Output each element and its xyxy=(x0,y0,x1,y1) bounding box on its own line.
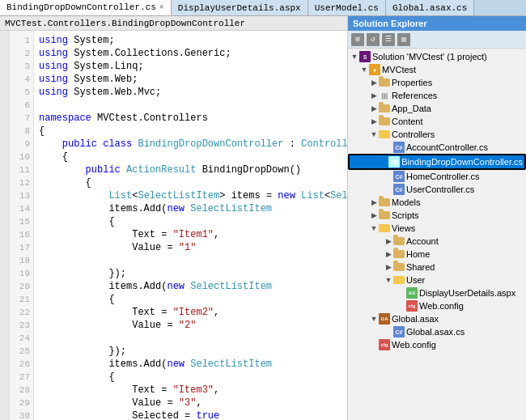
se-toolbar-icon-2[interactable]: ↺ xyxy=(367,33,380,46)
views-home-label: Home xyxy=(406,249,430,259)
models-label: Models xyxy=(392,197,420,207)
folder-appdata-icon xyxy=(379,103,390,114)
tree-user-webconfig[interactable]: cfg Web.config xyxy=(348,299,526,312)
solution-explorer-title: Solution Explorer xyxy=(348,16,526,31)
tree-global-asax-cs[interactable]: C# Global.asax.cs xyxy=(348,325,526,338)
tab-display-user[interactable]: DisplayUserDetails.aspx xyxy=(172,0,308,15)
folder-views-home-icon xyxy=(393,248,405,260)
tab-label: UserModel.cs xyxy=(315,3,379,13)
tree-views-shared[interactable]: ▶ Shared xyxy=(348,261,526,274)
line-numbers: 12345 678910 1112131415 1617181920 21222… xyxy=(10,31,34,420)
expand-properties-icon: ▶ xyxy=(369,78,379,87)
folder-controllers-icon xyxy=(379,129,390,140)
expand-views-user-icon: ▼ xyxy=(384,276,393,284)
tree-user-controller[interactable]: C# UserController.cs xyxy=(348,183,526,196)
expand-project-icon: ▼ xyxy=(359,66,369,74)
tree-global-asax[interactable]: ▼ GA Global.asax xyxy=(348,312,526,325)
tree-content[interactable]: ▶ Content xyxy=(348,115,526,128)
properties-label: Properties xyxy=(392,78,432,87)
views-shared-label: Shared xyxy=(406,262,435,272)
tree-views-home[interactable]: ▶ Home xyxy=(348,248,526,261)
tree-appdata[interactable]: ▶ App_Data xyxy=(348,102,526,115)
solution-label: Solution 'MVCtest' (1 project) xyxy=(372,52,487,62)
tab-label: Global.asax.cs xyxy=(392,3,467,13)
se-title-text: Solution Explorer xyxy=(353,19,427,28)
se-toolbar: ⊞ ↺ ☰ ▤ xyxy=(348,31,526,49)
tree-references[interactable]: ▶ ⊞ References xyxy=(348,89,526,102)
tab-user-model[interactable]: UserModel.cs xyxy=(308,0,386,15)
expand-solution-icon: ▼ xyxy=(350,53,359,61)
breadcrumb-text: MVCTest.Controllers.BindingDropDownContr… xyxy=(5,19,245,28)
cs-home-icon: C# xyxy=(393,171,405,182)
se-toolbar-icon-3[interactable]: ☰ xyxy=(382,33,395,46)
tab-bar: BindingDropDownController.cs × DisplayUs… xyxy=(0,0,526,16)
tree-models[interactable]: ▶ Models xyxy=(348,196,526,209)
expand-models-icon: ▶ xyxy=(369,198,379,206)
expand-views-account-icon: ▶ xyxy=(384,237,393,245)
display-user-details-label: DisplayUserDetails.aspx xyxy=(419,288,515,298)
tree-solution-root[interactable]: ▼ S Solution 'MVCtest' (1 project) xyxy=(348,50,526,63)
tree-project[interactable]: ▼ ♦ MVCtest xyxy=(348,63,526,76)
views-account-label: Account xyxy=(406,236,439,246)
tree-account-controller[interactable]: C# AccountController.cs xyxy=(348,141,526,154)
tree-binding-controller[interactable]: C# BindingDropDownController.cs xyxy=(348,154,526,170)
folder-scripts-icon xyxy=(379,210,390,221)
cs-user-icon: C# xyxy=(393,184,405,195)
se-toolbar-icon-4[interactable]: ▤ xyxy=(397,33,410,46)
config-root-icon: cfg xyxy=(379,339,390,350)
tree-views[interactable]: ▼ Views xyxy=(348,222,526,235)
user-controller-label: UserController.cs xyxy=(406,185,474,194)
folder-views-account-icon xyxy=(393,235,405,247)
tree-scripts[interactable]: ▶ Scripts xyxy=(348,209,526,222)
expand-views-shared-icon: ▶ xyxy=(384,263,393,271)
root-webconfig-label: Web.config xyxy=(392,340,436,350)
references-label: References xyxy=(392,91,437,100)
folder-models-icon xyxy=(379,197,390,208)
tree-views-account[interactable]: ▶ Account xyxy=(348,235,526,248)
account-controller-label: AccountController.cs xyxy=(406,142,488,152)
tree-properties[interactable]: ▶ Properties xyxy=(348,76,526,89)
expand-scripts-icon: ▶ xyxy=(369,211,379,219)
project-icon: ♦ xyxy=(369,64,380,75)
cs-account-icon: C# xyxy=(393,142,405,153)
expand-appdata-icon: ▶ xyxy=(369,104,379,112)
solution-icon: S xyxy=(359,51,371,62)
tree-views-user[interactable]: ▼ User xyxy=(348,274,526,286)
se-tree: ▼ S Solution 'MVCtest' (1 project) ▼ ♦ M… xyxy=(348,49,526,420)
folder-properties-icon xyxy=(379,77,390,88)
expand-controllers-icon: ▼ xyxy=(369,130,379,138)
binding-controller-label: BindingDropDownController.cs xyxy=(401,157,523,167)
views-user-label: User xyxy=(406,275,425,285)
tree-controllers[interactable]: ▼ Controllers xyxy=(348,128,526,141)
home-controller-label: HomeController.cs xyxy=(406,172,479,181)
main-layout: MVCTest.Controllers.BindingDropDownContr… xyxy=(0,16,526,420)
tree-display-user-details[interactable]: AS DisplayUserDetails.aspx xyxy=(348,286,526,299)
code-editor[interactable]: using System; using System.Collections.G… xyxy=(34,31,347,420)
expand-content-icon: ▶ xyxy=(369,117,379,125)
tree-root-webconfig[interactable]: cfg Web.config xyxy=(348,338,526,351)
folder-views-shared-icon xyxy=(393,261,405,273)
expand-references-icon: ▶ xyxy=(369,91,379,100)
user-webconfig-label: Web.config xyxy=(419,301,464,311)
folder-views-icon xyxy=(379,223,390,234)
tab-close-icon[interactable]: × xyxy=(159,3,164,12)
editor-area: MVCTest.Controllers.BindingDropDownContr… xyxy=(0,16,348,420)
folder-content-icon xyxy=(379,116,390,127)
expand-global-icon: ▼ xyxy=(369,315,379,323)
breadcrumb: MVCTest.Controllers.BindingDropDownContr… xyxy=(0,16,347,31)
project-label: MVCtest xyxy=(382,65,416,74)
asax-icon: GA xyxy=(379,313,390,325)
code-container: 12345 678910 1112131415 1617181920 21222… xyxy=(0,31,347,420)
views-label: Views xyxy=(392,223,415,233)
tab-binding-controller[interactable]: BindingDropDownController.cs × xyxy=(0,0,172,15)
tree-home-controller[interactable]: C# HomeController.cs xyxy=(348,170,526,183)
tab-global-asax[interactable]: Global.asax.cs xyxy=(386,0,474,15)
folder-views-user-icon xyxy=(393,274,405,286)
controllers-label: Controllers xyxy=(392,129,435,139)
tab-label: DisplayUserDetails.aspx xyxy=(178,3,301,13)
tab-label: BindingDropDownController.cs xyxy=(6,2,156,12)
se-toolbar-icon-1[interactable]: ⊞ xyxy=(351,33,364,46)
scripts-label: Scripts xyxy=(392,210,419,220)
expand-views-home-icon: ▶ xyxy=(384,250,393,258)
aspx-display-icon: AS xyxy=(406,287,418,299)
